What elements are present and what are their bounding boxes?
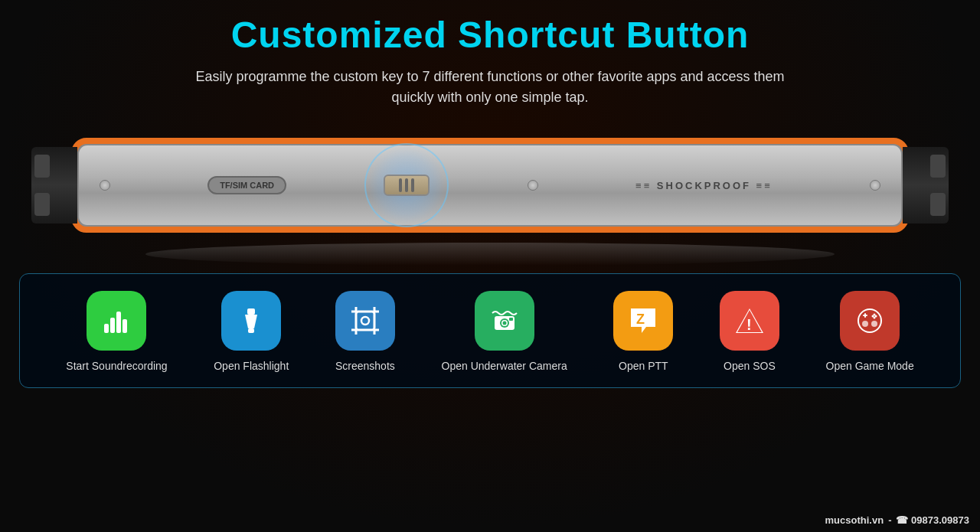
game-mode-icon xyxy=(840,291,900,351)
phone-bumper-right xyxy=(903,147,949,224)
btn-bar-3 xyxy=(411,178,414,192)
svg-point-21 xyxy=(502,321,506,325)
screw-left xyxy=(100,180,110,191)
sos-label: Open SOS xyxy=(724,360,776,372)
ptt-icon: Z xyxy=(613,291,673,351)
svg-rect-22 xyxy=(509,318,513,321)
phone-image-section: TF/SIM CARD ≡≡ SHOCKPROOF ≡≡ xyxy=(31,120,949,266)
watermark: mucsothi.vn - ☎ 09873.09873 xyxy=(825,514,969,526)
phone-inner: TF/SIM CARD ≡≡ SHOCKPROOF ≡≡ xyxy=(100,162,880,208)
feature-underwater-camera: Open Underwater Camera xyxy=(442,291,567,372)
soundrecording-icon xyxy=(87,291,146,351)
page-title: Customized Shortcut Button xyxy=(231,14,750,56)
phone-reflection xyxy=(145,243,835,266)
svg-rect-6 xyxy=(248,328,254,333)
svg-rect-8 xyxy=(356,312,374,330)
screw-right xyxy=(870,180,880,191)
soundrecording-label: Start Soundrecording xyxy=(66,360,167,372)
screenshot-icon xyxy=(335,291,395,351)
svg-rect-1 xyxy=(110,318,115,333)
flashlight-icon xyxy=(221,291,281,351)
phone-bumper-left xyxy=(31,147,77,224)
page-subtitle: Easily programme the custom key to 7 dif… xyxy=(191,67,789,108)
svg-point-17 xyxy=(361,317,369,325)
svg-rect-3 xyxy=(122,319,127,333)
watermark-site: mucsothi.vn xyxy=(825,514,884,526)
feature-sos: ! Open SOS xyxy=(720,291,779,372)
svg-point-28 xyxy=(859,310,880,331)
btn-bar-1 xyxy=(399,178,402,192)
center-button-area xyxy=(384,175,430,196)
features-panel: Start Soundrecording Open Flashlight xyxy=(19,273,961,388)
svg-text:!: ! xyxy=(746,316,752,333)
feature-flashlight: Open Flashlight xyxy=(214,291,289,372)
feature-soundrecording: Start Soundrecording xyxy=(66,291,167,372)
underwater-camera-icon xyxy=(475,291,534,351)
svg-rect-0 xyxy=(104,324,109,333)
feature-ptt: Z Open PTT xyxy=(613,291,673,372)
svg-point-30 xyxy=(871,321,877,327)
feature-screenshots: Screenshots xyxy=(335,291,395,372)
sos-icon: ! xyxy=(720,291,779,351)
screenshots-label: Screenshots xyxy=(335,360,395,372)
watermark-phone: ☎ 09873.09873 xyxy=(896,514,969,526)
main-content: Customized Shortcut Button Easily progra… xyxy=(0,0,980,388)
sim-slot-label: TF/SIM CARD xyxy=(207,176,286,194)
svg-point-29 xyxy=(862,321,868,327)
game-mode-label: Open Game Mode xyxy=(826,360,914,372)
svg-rect-2 xyxy=(116,312,121,333)
svg-rect-32 xyxy=(864,313,866,318)
svg-point-35 xyxy=(874,314,876,316)
center-button xyxy=(384,175,430,196)
feature-game-mode: Open Game Mode xyxy=(826,291,914,372)
ptt-label: Open PTT xyxy=(619,360,668,372)
svg-point-36 xyxy=(874,317,876,319)
phone-body: TF/SIM CARD ≡≡ SHOCKPROOF ≡≡ xyxy=(77,143,903,227)
watermark-separator: - xyxy=(888,514,891,526)
svg-text:Z: Z xyxy=(636,312,645,327)
underwater-camera-label: Open Underwater Camera xyxy=(442,360,567,372)
screw-mid xyxy=(528,180,538,191)
shockproof-label: ≡≡ SHOCKPROOF ≡≡ xyxy=(635,180,773,191)
flashlight-label: Open Flashlight xyxy=(214,360,289,372)
svg-rect-4 xyxy=(247,308,255,315)
btn-bar-2 xyxy=(405,178,408,192)
